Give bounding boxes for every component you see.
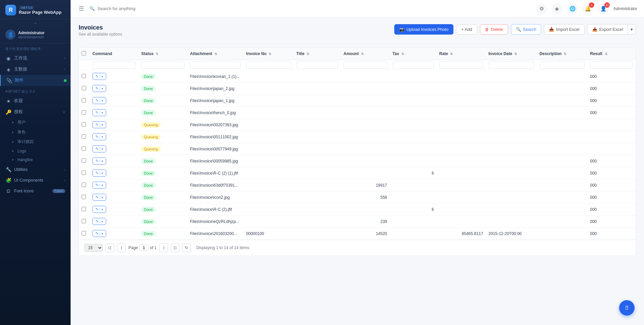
sort-icon[interactable]: ⇅ [450,52,453,56]
row-checkbox[interactable] [82,146,86,151]
row-checkbox[interactable] [82,110,86,114]
upload-invoices-btn[interactable]: 📷 Upload Invoices Photo [394,24,453,35]
sidebar-item-workflows[interactable]: ◉ 工作流 › [0,53,71,64]
notifications-btn[interactable]: 🔔 1 [582,3,593,14]
sort-icon[interactable]: ⇅ [307,52,309,56]
sort-icon[interactable]: ⇅ [269,52,271,56]
filter-result [587,60,636,71]
row-checkbox[interactable] [82,231,86,235]
sort-icon[interactable]: ⇅ [361,52,364,56]
settings-btn[interactable]: ⚙ [536,3,547,14]
filter-attachment-input[interactable] [190,61,241,69]
row-checkbox[interactable] [82,86,86,90]
sidebar-item-master-data[interactable]: ◈ 主数据 › [0,64,71,75]
action-btn[interactable]: ✎ ▾ [92,85,106,92]
sort-icon[interactable]: ⇅ [156,52,158,56]
row-checkbox[interactable] [82,134,86,139]
filter-tax-input[interactable] [393,61,434,69]
page-number-input[interactable] [139,244,149,251]
per-page-select[interactable]: 152550100 [84,244,103,252]
sidebar-user: 👤 Administrator administrator/min [0,26,71,43]
sidebar-item-attachments[interactable]: 📎 附件 [0,75,71,86]
fab-btn[interactable]: ⠿ [619,300,635,316]
row-command: ✎ ▾ [90,203,138,216]
action-btn[interactable]: ✎ ▾ [92,182,106,189]
filter-title-input[interactable] [296,61,338,69]
row-checkbox[interactable] [82,207,86,211]
row-checkbox[interactable] [82,158,86,163]
export-excel-arrow[interactable]: ▾ [628,24,636,35]
sort-icon[interactable]: ⇅ [401,52,404,56]
sidebar-sub-item-hangfire[interactable]: Hangfire [0,155,71,164]
user-btn[interactable]: 👤 11 [598,3,609,14]
app-logo-text: .NET 5.0 Razor Page WebApp [19,6,62,15]
globe-btn[interactable]: 🌐 [567,3,578,14]
sort-icon[interactable]: ⇅ [564,52,566,56]
action-btn[interactable]: ✎ ▾ [92,121,106,128]
filter-description-input[interactable] [539,61,585,69]
action-btn[interactable]: ✎ ▾ [92,73,106,80]
last-page-btn[interactable]: ⟩⟩ [171,243,179,252]
sort-icon[interactable]: ⇅ [514,52,517,56]
filter-rate-input[interactable] [439,61,483,69]
action-btn[interactable]: ✎ ▾ [92,194,106,201]
action-btn[interactable]: ✎ ▾ [92,230,106,237]
next-page-btn[interactable]: ⟩ [159,243,168,252]
filter-invoice-date-input[interactable] [488,61,534,69]
trash-icon: 🗑 [485,27,489,32]
row-title [294,216,341,228]
row-amount [341,119,390,131]
filter-amount-input[interactable] [344,61,387,69]
select-all-checkbox[interactable] [82,51,86,55]
invoices-table: Command Status ⇅ Attachment ⇅ Invoice No [79,48,636,240]
action-btn[interactable]: ✎ ▾ [92,133,106,140]
sidebar-sub-item-audit[interactable]: 审计跟踪 [0,137,71,147]
action-btn[interactable]: ✎ ▾ [92,109,106,116]
sidebar-item-auth[interactable]: 🔑 授权 ∨ [0,106,71,118]
table-row: ✎ ▾ Done Files\Invoice\201603200... 0000… [79,228,636,240]
sidebar-item-utilities[interactable]: 🔧 Utilities › [0,164,71,175]
cube-btn[interactable]: ◈ [552,3,562,14]
first-page-btn[interactable]: ⟨⟨ [106,243,114,252]
delete-btn[interactable]: 🗑 Delete [480,25,508,35]
sidebar-sub-item-roles[interactable]: 角色 [0,127,71,137]
filter-invoice-no-input[interactable] [246,61,291,69]
sidebar-item-font-icons[interactable]: Ω Font Icons 7,500+ [0,186,71,196]
prev-page-btn[interactable]: ⟨ [117,243,126,252]
row-description [537,216,588,228]
sidebar-collapse-btn[interactable]: ⌄ [0,19,71,26]
row-checkbox[interactable] [82,98,86,102]
search-btn[interactable]: 🔍 Search [511,24,541,35]
global-search-input[interactable] [97,6,198,11]
row-checkbox[interactable] [82,195,86,199]
row-checkbox[interactable] [82,171,86,175]
action-btn[interactable]: ✎ ▾ [92,145,106,152]
sidebar-item-ui-components[interactable]: 🧩 UI Components › [0,175,71,186]
refresh-btn[interactable]: ↻ [182,243,191,252]
import-excel-btn[interactable]: 📥 Import Excel [544,24,584,35]
action-btn[interactable]: ✎ ▾ [92,206,106,213]
filter-status-input[interactable] [141,61,185,69]
row-checkbox[interactable] [82,219,86,223]
row-checkbox[interactable] [82,122,86,127]
sidebar-sub-item-logs[interactable]: Logs [0,147,71,155]
edit-icon: ✎ [95,207,98,212]
action-btn[interactable]: ✎ ▾ [92,170,106,177]
filter-result-input[interactable] [590,61,633,69]
hamburger-btn[interactable]: ☰ [77,4,85,14]
sidebar-item-welcome[interactable]: ★ 欢迎 [0,95,71,106]
row-checkbox[interactable] [82,74,86,78]
sidebar-item-label-auth: 授权 [14,109,60,115]
action-btn[interactable]: ✎ ▾ [92,218,106,225]
add-btn[interactable]: + Add [456,25,477,35]
row-checkbox[interactable] [82,183,86,187]
action-btn[interactable]: ✎ ▾ [92,157,106,165]
sort-icon[interactable]: ⇅ [214,52,217,56]
sidebar-sub-item-users[interactable]: 用户 [0,118,71,127]
action-btn[interactable]: ✎ ▾ [92,97,106,104]
row-invoice-date [486,143,537,155]
edit-icon: ✎ [95,219,98,224]
filter-command-input[interactable] [92,61,136,69]
export-excel-btn[interactable]: 📤 Export Excel [587,24,628,35]
sort-icon[interactable]: ⇅ [605,52,607,56]
